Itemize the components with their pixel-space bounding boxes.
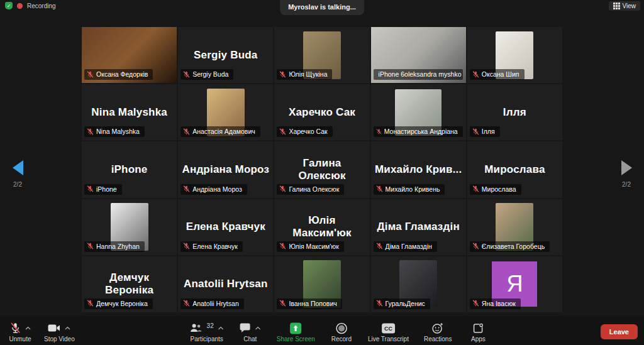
participant-tile[interactable]: Sergiy Buda Sergiy Buda <box>178 27 273 83</box>
participant-tile[interactable]: Андріана Мороз Андріана Мороз <box>178 141 273 197</box>
participant-tile[interactable]: Монастирська Андріана <box>371 84 466 140</box>
muted-mic-icon <box>87 128 94 135</box>
participant-name-label: Іванна Попович <box>277 298 341 309</box>
participant-name-text: Харечко Сак <box>289 128 327 135</box>
participant-name-label: Михайло Кривень <box>374 184 445 195</box>
chevron-up-icon[interactable] <box>218 326 224 330</box>
participant-tile[interactable]: Іванна Попович <box>274 256 369 312</box>
participant-name-text: Анастасія Адамович <box>192 128 255 135</box>
active-speaker-toast: Myroslav is talking... <box>280 0 364 15</box>
participant-name-label: Мирослава <box>470 184 521 195</box>
security-shield-icon[interactable]: ✓ <box>5 2 13 9</box>
muted-mic-icon <box>183 243 190 249</box>
participant-name-text: Hanna Zhyhan <box>96 243 140 250</box>
participant-tile[interactable]: Юлія Максим'юк Юлія Максим'юк <box>274 199 369 255</box>
participant-name-label: iPhone <box>84 184 122 195</box>
chevron-up-icon[interactable] <box>255 326 261 330</box>
prev-page-arrow-icon[interactable] <box>13 160 23 175</box>
unmute-button[interactable]: Unmute <box>9 321 31 342</box>
participant-name-label: Демчук Вероніка <box>84 298 153 309</box>
record-icon <box>335 322 347 334</box>
unmute-label: Unmute <box>9 336 31 342</box>
participant-tile[interactable]: Мирослава Мирослава <box>467 141 562 197</box>
muted-mic-icon <box>279 185 286 192</box>
share-screen-button[interactable]: Share Screen <box>277 321 315 342</box>
stop-video-button[interactable]: Stop Video <box>44 321 75 342</box>
reactions-smiley-icon <box>432 322 444 334</box>
participant-tile[interactable]: Елена Кравчук Елена Кравчук <box>178 199 273 255</box>
leave-button[interactable]: Leave <box>601 324 638 339</box>
participant-tile[interactable]: Ілля Ілля <box>467 84 562 140</box>
participant-name-text: Юлія Щукіна <box>289 70 327 78</box>
participant-tile[interactable]: iPhone iPhone <box>82 141 177 197</box>
grid-view-icon <box>613 3 620 9</box>
participant-tile[interactable]: Hanna Zhyhan <box>82 199 177 255</box>
view-button[interactable]: View <box>609 1 641 11</box>
participant-tile[interactable]: Anatolii Hrytsan Anatolii Hrytsan <box>178 256 273 312</box>
participant-tile[interactable]: Оксана Шип <box>467 27 562 83</box>
participant-name-text: Anatolii Hrytsan <box>192 300 239 307</box>
participant-name-label: Харечко Сак <box>277 126 332 137</box>
participant-tile[interactable]: Харечко Сак Харечко Сак <box>274 84 369 140</box>
participant-tile[interactable]: Михайло Крив... Михайло Кривень <box>371 141 466 197</box>
participants-button[interactable]: 32 Participants <box>190 321 224 342</box>
participant-tile[interactable]: Діма Гламаздін Діма Гламаздін <box>371 199 466 255</box>
svg-text:CC: CC <box>384 326 392 332</box>
participant-name-text: Мирослава <box>482 185 516 193</box>
participant-name-label: Юлія Максим'юк <box>277 241 343 252</box>
participant-name-label: Елена Кравчук <box>180 241 243 252</box>
muted-mic-icon <box>183 300 190 307</box>
participant-name-text: Оксана Шип <box>482 70 519 78</box>
participant-name-label: Nina Malyshka <box>84 126 145 137</box>
participant-tile[interactable]: Юлія Щукіна <box>274 27 369 83</box>
recording-status: ✓ Recording <box>5 2 56 9</box>
view-label: View <box>623 3 636 9</box>
participant-name-text: Демчук Вероніка <box>96 300 148 307</box>
participant-name-text: Ілля <box>482 128 495 135</box>
chevron-up-icon[interactable] <box>65 326 70 330</box>
participant-name-text: Іванна Попович <box>289 300 336 307</box>
stop-video-label: Stop Video <box>44 336 75 342</box>
participant-name-text: Михайло Кривень <box>386 185 440 193</box>
participant-name-text: Андріана Мороз <box>192 185 242 193</box>
record-button[interactable]: Record <box>330 321 353 342</box>
participant-name-label: Anatolii Hrytsan <box>180 298 244 309</box>
participant-tile[interactable]: iPhone 6oleksandra myshko <box>371 27 466 83</box>
participant-name-text: Діма Гламаздін <box>386 243 432 250</box>
participant-name-label: Яна Івасюк <box>470 298 521 309</box>
muted-mic-icon <box>183 128 190 135</box>
participant-tile[interactable]: Оксана Федорків <box>82 27 177 83</box>
participant-name-text: Nina Malyshka <box>96 128 140 135</box>
chevron-up-icon[interactable] <box>25 326 31 330</box>
participant-name-text: ГуральДенис <box>386 300 425 307</box>
participant-tile[interactable]: Анастасія Адамович <box>178 84 273 140</box>
participants-label: Participants <box>191 336 223 342</box>
muted-mic-icon <box>472 128 479 135</box>
participant-tile[interactable]: Я Яна Івасюк <box>467 256 562 312</box>
participant-name-text: Єлизавета Горобець <box>482 243 545 250</box>
apps-label: Apps <box>471 336 486 342</box>
participant-name-label: Юлія Щукіна <box>277 69 332 80</box>
muted-mic-icon <box>376 243 383 249</box>
reactions-button[interactable]: Reactions <box>424 321 452 342</box>
apps-button[interactable]: Apps <box>467 321 489 342</box>
participant-tile[interactable]: Демчук Вероніка Демчук Вероніка <box>82 256 177 312</box>
muted-mic-icon <box>87 243 94 249</box>
participant-name-label: iPhone 6oleksandra myshko <box>374 69 463 80</box>
chat-label: Chat <box>243 336 257 342</box>
participant-name-text: iPhone <box>96 185 117 193</box>
participant-name-text: Галина Олексюк <box>289 185 339 193</box>
participant-tile[interactable]: Галина Олексюк Галина Олексюк <box>274 141 369 197</box>
participant-name-label: Оксана Шип <box>470 69 525 80</box>
participant-name-label: Анастасія Адамович <box>180 126 260 137</box>
participant-tile[interactable]: Nina Malyshka Nina Malyshka <box>82 84 177 140</box>
chat-button[interactable]: Chat <box>239 321 262 342</box>
next-page-arrow-icon[interactable] <box>621 160 632 175</box>
live-transcript-button[interactable]: CC Live Transcript <box>368 321 409 342</box>
participant-name-label: Галина Олексюк <box>277 184 344 195</box>
participant-tile[interactable]: ГуральДенис <box>371 256 466 312</box>
participant-name-text: Оксана Федорків <box>96 70 148 78</box>
top-bar: ✓ Recording Myroslav is talking... View <box>0 0 644 11</box>
participant-tile[interactable]: Єлизавета Горобець <box>467 199 562 255</box>
muted-mic-icon <box>87 71 94 78</box>
